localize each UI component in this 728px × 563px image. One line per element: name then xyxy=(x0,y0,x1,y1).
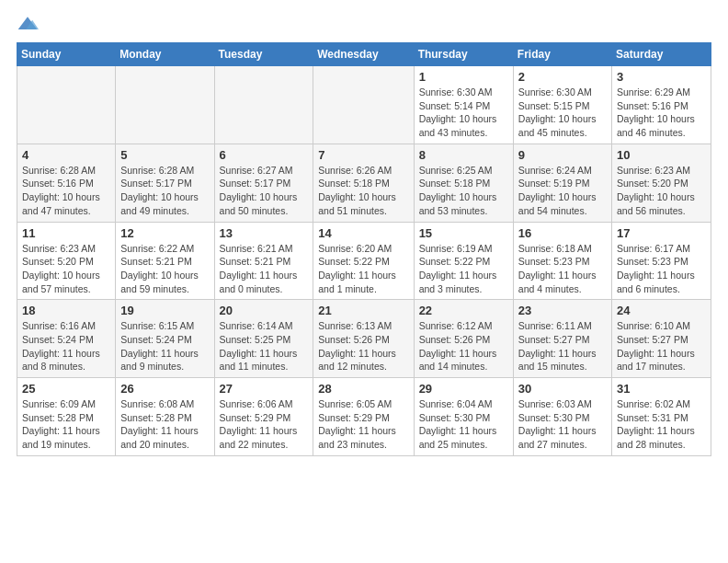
day-number: 11 xyxy=(22,226,110,240)
calendar-cell xyxy=(116,66,214,144)
day-info: Sunrise: 6:06 AMSunset: 5:29 PMDaylight:… xyxy=(220,397,309,452)
calendar-cell: 30Sunrise: 6:03 AMSunset: 5:30 PMDayligh… xyxy=(513,378,611,456)
day-info: Sunrise: 6:30 AMSunset: 5:14 PMDaylight:… xyxy=(419,86,508,140)
col-header-wednesday: Wednesday xyxy=(313,43,414,66)
calendar-cell: 7Sunrise: 6:26 AMSunset: 5:18 PMDaylight… xyxy=(313,144,414,222)
logo-icon xyxy=(17,15,39,33)
day-info: Sunrise: 6:25 AMSunset: 5:18 PMDaylight:… xyxy=(419,164,508,218)
calendar-cell: 10Sunrise: 6:23 AMSunset: 5:20 PMDayligh… xyxy=(612,144,711,222)
calendar-cell: 21Sunrise: 6:13 AMSunset: 5:26 PMDayligh… xyxy=(313,300,414,378)
day-number: 18 xyxy=(22,304,110,317)
day-info: Sunrise: 6:29 AMSunset: 5:16 PMDaylight:… xyxy=(617,86,706,140)
col-header-thursday: Thursday xyxy=(414,43,513,66)
week-row-4: 18Sunrise: 6:16 AMSunset: 5:24 PMDayligh… xyxy=(17,300,711,378)
page: SundayMondayTuesdayWednesdayThursdayFrid… xyxy=(0,0,728,465)
calendar-cell: 5Sunrise: 6:28 AMSunset: 5:17 PMDaylight… xyxy=(116,144,214,222)
calendar-cell: 8Sunrise: 6:25 AMSunset: 5:18 PMDaylight… xyxy=(414,144,513,222)
col-header-monday: Monday xyxy=(116,43,214,66)
day-info: Sunrise: 6:24 AMSunset: 5:19 PMDaylight:… xyxy=(518,164,607,218)
calendar-cell: 22Sunrise: 6:12 AMSunset: 5:26 PMDayligh… xyxy=(414,300,513,378)
day-number: 13 xyxy=(220,226,309,240)
calendar-cell xyxy=(214,66,313,144)
day-info: Sunrise: 6:27 AMSunset: 5:17 PMDaylight:… xyxy=(220,164,309,218)
day-number: 29 xyxy=(419,382,508,396)
day-info: Sunrise: 6:20 AMSunset: 5:22 PMDaylight:… xyxy=(318,242,408,296)
calendar-cell xyxy=(313,66,414,144)
day-info: Sunrise: 6:11 AMSunset: 5:27 PMDaylight:… xyxy=(518,319,607,373)
calendar-cell: 4Sunrise: 6:28 AMSunset: 5:16 PMDaylight… xyxy=(17,144,116,222)
day-number: 31 xyxy=(617,382,706,396)
calendar-cell: 24Sunrise: 6:10 AMSunset: 5:27 PMDayligh… xyxy=(612,300,711,378)
day-info: Sunrise: 6:16 AMSunset: 5:24 PMDaylight:… xyxy=(22,319,110,373)
calendar-cell: 11Sunrise: 6:23 AMSunset: 5:20 PMDayligh… xyxy=(17,222,116,300)
day-number: 12 xyxy=(120,226,209,240)
calendar-cell: 9Sunrise: 6:24 AMSunset: 5:19 PMDaylight… xyxy=(513,144,611,222)
day-number: 6 xyxy=(220,148,309,162)
day-info: Sunrise: 6:28 AMSunset: 5:16 PMDaylight:… xyxy=(22,164,110,218)
calendar-cell: 20Sunrise: 6:14 AMSunset: 5:25 PMDayligh… xyxy=(214,300,313,378)
day-info: Sunrise: 6:08 AMSunset: 5:28 PMDaylight:… xyxy=(120,397,209,452)
day-info: Sunrise: 6:28 AMSunset: 5:17 PMDaylight:… xyxy=(120,164,209,218)
day-number: 26 xyxy=(120,382,209,396)
calendar-header-row: SundayMondayTuesdayWednesdayThursdayFrid… xyxy=(17,43,711,66)
day-number: 19 xyxy=(120,304,209,317)
col-header-saturday: Saturday xyxy=(612,43,711,66)
day-number: 28 xyxy=(318,382,408,396)
day-info: Sunrise: 6:15 AMSunset: 5:24 PMDaylight:… xyxy=(120,319,209,373)
calendar-cell xyxy=(17,66,116,144)
day-number: 27 xyxy=(220,382,309,396)
day-info: Sunrise: 6:02 AMSunset: 5:31 PMDaylight:… xyxy=(617,397,706,452)
day-info: Sunrise: 6:22 AMSunset: 5:21 PMDaylight:… xyxy=(120,242,209,296)
day-info: Sunrise: 6:23 AMSunset: 5:20 PMDaylight:… xyxy=(22,242,110,296)
day-number: 14 xyxy=(318,226,408,240)
week-row-3: 11Sunrise: 6:23 AMSunset: 5:20 PMDayligh… xyxy=(17,222,711,300)
week-row-2: 4Sunrise: 6:28 AMSunset: 5:16 PMDaylight… xyxy=(17,144,711,222)
day-number: 23 xyxy=(518,304,607,317)
day-number: 24 xyxy=(617,304,706,317)
day-number: 21 xyxy=(318,304,408,317)
day-info: Sunrise: 6:09 AMSunset: 5:28 PMDaylight:… xyxy=(22,397,110,452)
day-info: Sunrise: 6:04 AMSunset: 5:30 PMDaylight:… xyxy=(419,397,508,452)
day-number: 17 xyxy=(617,226,706,240)
col-header-sunday: Sunday xyxy=(17,43,116,66)
day-info: Sunrise: 6:19 AMSunset: 5:22 PMDaylight:… xyxy=(419,242,508,296)
calendar-cell: 6Sunrise: 6:27 AMSunset: 5:17 PMDaylight… xyxy=(214,144,313,222)
day-number: 9 xyxy=(518,148,607,162)
calendar-cell: 17Sunrise: 6:17 AMSunset: 5:23 PMDayligh… xyxy=(612,222,711,300)
calendar-cell: 27Sunrise: 6:06 AMSunset: 5:29 PMDayligh… xyxy=(214,378,313,456)
calendar-cell: 28Sunrise: 6:05 AMSunset: 5:29 PMDayligh… xyxy=(313,378,414,456)
day-number: 8 xyxy=(419,148,508,162)
week-row-5: 25Sunrise: 6:09 AMSunset: 5:28 PMDayligh… xyxy=(17,378,711,456)
calendar-cell: 2Sunrise: 6:30 AMSunset: 5:15 PMDaylight… xyxy=(513,66,611,144)
calendar-cell: 12Sunrise: 6:22 AMSunset: 5:21 PMDayligh… xyxy=(116,222,214,300)
day-number: 3 xyxy=(617,70,706,84)
calendar-cell: 26Sunrise: 6:08 AMSunset: 5:28 PMDayligh… xyxy=(116,378,214,456)
day-info: Sunrise: 6:30 AMSunset: 5:15 PMDaylight:… xyxy=(518,86,607,140)
day-number: 2 xyxy=(518,70,607,84)
calendar-cell: 18Sunrise: 6:16 AMSunset: 5:24 PMDayligh… xyxy=(17,300,116,378)
calendar-cell: 1Sunrise: 6:30 AMSunset: 5:14 PMDaylight… xyxy=(414,66,513,144)
day-number: 7 xyxy=(318,148,408,162)
day-number: 4 xyxy=(22,148,110,162)
logo-area xyxy=(17,15,40,33)
day-info: Sunrise: 6:12 AMSunset: 5:26 PMDaylight:… xyxy=(419,319,508,373)
day-info: Sunrise: 6:23 AMSunset: 5:20 PMDaylight:… xyxy=(617,164,706,218)
day-info: Sunrise: 6:14 AMSunset: 5:25 PMDaylight:… xyxy=(220,319,309,373)
calendar-cell: 19Sunrise: 6:15 AMSunset: 5:24 PMDayligh… xyxy=(116,300,214,378)
col-header-friday: Friday xyxy=(513,43,611,66)
day-number: 25 xyxy=(22,382,110,396)
day-info: Sunrise: 6:13 AMSunset: 5:26 PMDaylight:… xyxy=(318,319,408,373)
calendar-cell: 3Sunrise: 6:29 AMSunset: 5:16 PMDaylight… xyxy=(612,66,711,144)
day-number: 20 xyxy=(220,304,309,317)
calendar-cell: 13Sunrise: 6:21 AMSunset: 5:21 PMDayligh… xyxy=(214,222,313,300)
day-number: 5 xyxy=(120,148,209,162)
calendar-table: SundayMondayTuesdayWednesdayThursdayFrid… xyxy=(17,42,711,456)
col-header-tuesday: Tuesday xyxy=(214,43,313,66)
day-number: 10 xyxy=(617,148,706,162)
calendar-cell: 29Sunrise: 6:04 AMSunset: 5:30 PMDayligh… xyxy=(414,378,513,456)
day-info: Sunrise: 6:18 AMSunset: 5:23 PMDaylight:… xyxy=(518,242,607,296)
calendar-cell: 15Sunrise: 6:19 AMSunset: 5:22 PMDayligh… xyxy=(414,222,513,300)
week-row-1: 1Sunrise: 6:30 AMSunset: 5:14 PMDaylight… xyxy=(17,66,711,144)
day-info: Sunrise: 6:10 AMSunset: 5:27 PMDaylight:… xyxy=(617,319,706,373)
calendar-cell: 31Sunrise: 6:02 AMSunset: 5:31 PMDayligh… xyxy=(612,378,711,456)
